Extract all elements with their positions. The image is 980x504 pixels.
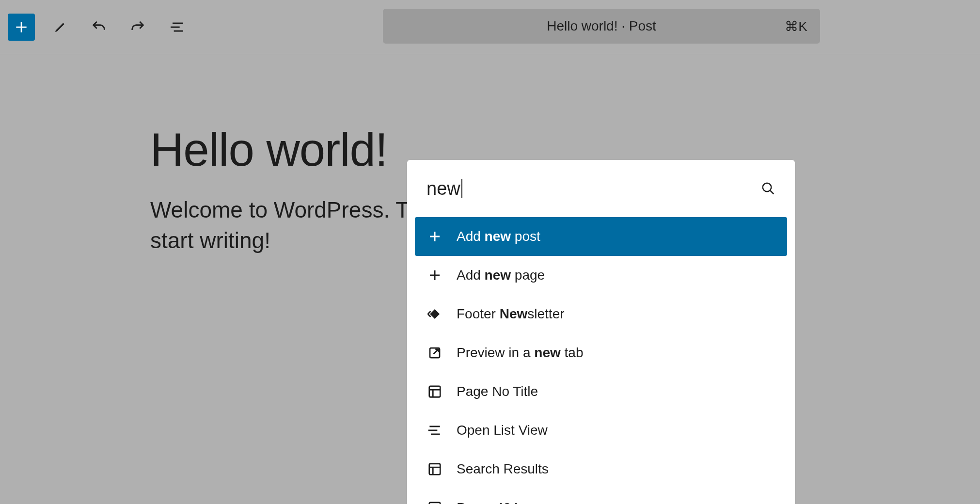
command-palette-item[interactable]: Preview in a new tab	[415, 333, 787, 372]
command-palette-item[interactable]: Add new page	[415, 256, 787, 295]
svg-rect-19	[429, 464, 441, 475]
listview-icon	[427, 422, 443, 439]
command-palette-item[interactable]: Search Results	[415, 450, 787, 488]
command-palette-item-label: Add new post	[457, 229, 540, 244]
command-palette-item-label: Add new page	[457, 268, 545, 283]
editor-toolbar: Hello world! · Post ⌘K	[0, 0, 980, 54]
editor-canvas: Hello world! Welcome to WordPress. This …	[0, 54, 980, 504]
external-icon	[427, 345, 443, 361]
search-icon	[761, 181, 775, 196]
post-title[interactable]: Hello world!	[150, 123, 388, 176]
document-overview-button[interactable]	[165, 16, 188, 39]
command-palette-item[interactable]: Page No Title	[415, 372, 787, 411]
command-palette-item[interactable]: Add new post	[415, 217, 787, 256]
block-inserter-button[interactable]	[8, 14, 35, 41]
layout-icon	[427, 383, 443, 400]
command-palette-item-label: Page: 404	[457, 500, 519, 504]
command-palette-search: new	[407, 160, 795, 217]
redo-button[interactable]	[126, 16, 149, 39]
command-palette-item-label: Footer Newsletter	[457, 306, 565, 322]
command-palette-item[interactable]: Page: 404	[415, 488, 787, 504]
svg-point-5	[763, 183, 772, 192]
svg-rect-11	[430, 309, 440, 319]
command-palette-item[interactable]: Footer Newsletter	[415, 295, 787, 333]
layout-icon	[427, 500, 443, 504]
plus-icon	[427, 228, 443, 245]
diamond-icon	[427, 306, 443, 322]
svg-line-6	[770, 190, 774, 194]
command-palette-results: Add new postAdd new pageFooter Newslette…	[407, 217, 795, 504]
command-palette-item-label: Open List View	[457, 423, 548, 438]
command-palette-item-label: Preview in a new tab	[457, 345, 583, 361]
svg-rect-13	[429, 386, 441, 397]
command-bar-shortcut: ⌘K	[785, 18, 807, 34]
plus-icon	[427, 267, 443, 284]
command-palette: new Add new postAdd new pageFooter Newsl…	[407, 160, 795, 504]
tools-button[interactable]	[48, 16, 72, 39]
command-bar[interactable]: Hello world! · Post ⌘K	[383, 9, 820, 44]
command-bar-label: Hello world! · Post	[547, 18, 656, 34]
command-palette-item-label: Search Results	[457, 461, 549, 477]
layout-icon	[427, 461, 443, 477]
undo-button[interactable]	[87, 16, 111, 39]
command-palette-item-label: Page No Title	[457, 384, 538, 399]
command-palette-item[interactable]: Open List View	[415, 411, 787, 450]
